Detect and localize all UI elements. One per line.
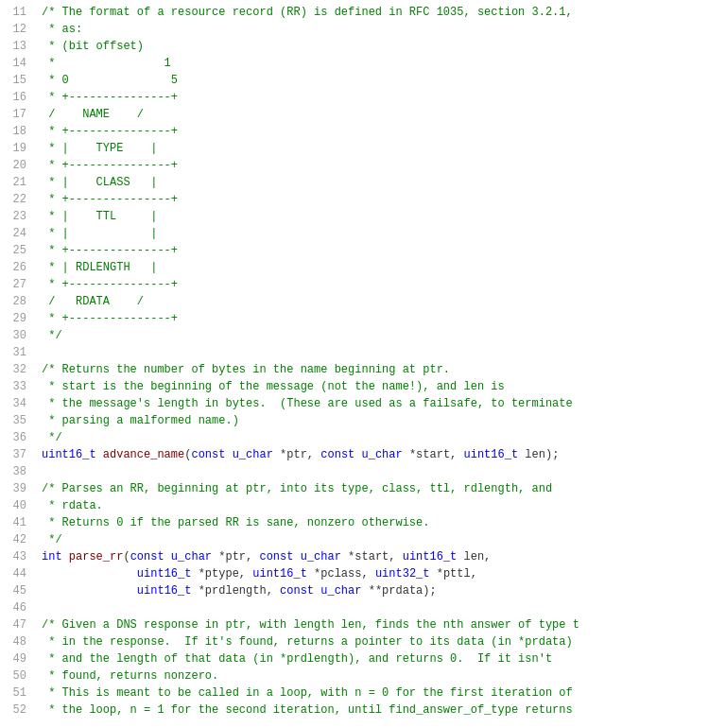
code-token-plain: *prdlength, xyxy=(199,584,280,598)
code-token-type: const u_char xyxy=(191,448,280,461)
code-line: /* Returns the number of bytes in the na… xyxy=(42,361,718,378)
code-line: * as: xyxy=(42,21,718,38)
code-line xyxy=(42,344,718,361)
code-line: /* The format of a resource record (RR) … xyxy=(42,4,718,21)
code-token-comment: / NAME / xyxy=(42,108,144,121)
code-area: /* The format of a resource record (RR) … xyxy=(34,0,726,728)
code-token-function-name: parse_rr xyxy=(69,550,124,563)
code-token-type: uint16_t xyxy=(464,448,526,461)
code-line: */ xyxy=(42,429,718,446)
code-line: * +---------------+ xyxy=(42,157,718,174)
code-token-type: uint16_t xyxy=(137,567,199,581)
code-line: * | TTL | xyxy=(42,208,718,225)
code-line: * +---------------+ xyxy=(42,310,718,327)
code-token-comment: * | TTL | xyxy=(42,210,157,223)
code-line: * | | xyxy=(42,225,718,242)
line-number: 28 xyxy=(8,293,26,310)
code-token-plain: *start, xyxy=(348,550,403,563)
code-viewer: 1112131415161718192021222324252627282930… xyxy=(0,0,726,728)
code-token-comment: * rdata. xyxy=(42,499,103,512)
line-number: 44 xyxy=(8,565,26,582)
code-token-type: int xyxy=(42,550,69,563)
line-number: 24 xyxy=(8,225,26,242)
code-token-plain: *start, xyxy=(409,448,464,461)
line-number: 48 xyxy=(8,633,26,650)
code-token-plain: *ptr, xyxy=(218,550,259,563)
line-number: 47 xyxy=(8,616,26,633)
code-line: uint16_t advance_name(const u_char *ptr,… xyxy=(42,446,718,463)
code-token-comment: * +---------------+ xyxy=(42,193,178,206)
code-token-plain: *pclass, xyxy=(314,567,375,581)
code-line: uint16_t *ptype, uint16_t *pclass, uint3… xyxy=(42,565,718,582)
code-token-comment: /* Parses an RR, beginning at ptr, into … xyxy=(42,482,552,495)
code-token-plain: **prdata); xyxy=(369,584,437,598)
code-line: int parse_rr(const u_char *ptr, const u_… xyxy=(42,548,718,565)
code-token-type: uint16_t xyxy=(42,448,103,461)
line-number: 22 xyxy=(8,191,26,208)
code-token-type: uint32_t xyxy=(375,567,437,581)
code-line: * | TYPE | xyxy=(42,140,718,157)
code-token-comment: * as: xyxy=(42,23,82,36)
line-number: 18 xyxy=(8,123,26,140)
line-number: 43 xyxy=(8,548,26,565)
line-number: 14 xyxy=(8,55,26,72)
code-token-comment: * | CLASS | xyxy=(42,176,157,189)
line-number: 16 xyxy=(8,89,26,106)
code-line: * and the length of that data (in *prdle… xyxy=(42,650,718,667)
line-number: 20 xyxy=(8,157,26,174)
line-number: 17 xyxy=(8,106,26,123)
code-line: uint16_t *prdlength, const u_char **prda… xyxy=(42,582,718,599)
code-line: * (bit offset) xyxy=(42,38,718,55)
code-token-comment: /* Given a DNS response in ptr, with len… xyxy=(42,618,579,632)
code-line: * | RDLENGTH | xyxy=(42,259,718,276)
code-token-type: uint16_t xyxy=(252,567,314,581)
line-number: 51 xyxy=(8,685,26,702)
line-number: 31 xyxy=(8,344,26,361)
code-line: * +---------------+ xyxy=(42,89,718,106)
code-token-comment: * the loop, n = 1 for the second iterati… xyxy=(42,703,573,717)
code-line: * rdata. xyxy=(42,497,718,514)
code-token-comment: * (bit offset) xyxy=(42,40,144,53)
code-line: / RDATA / xyxy=(42,293,718,310)
line-number: 30 xyxy=(8,327,26,344)
code-line: * parsing a malformed name.) xyxy=(42,412,718,429)
code-token-comment: * in the response. If it's found, return… xyxy=(42,635,573,649)
code-token-comment: * +---------------+ xyxy=(42,312,178,325)
line-number: 23 xyxy=(8,208,26,225)
line-number: 45 xyxy=(8,582,26,599)
line-number: 41 xyxy=(8,514,26,531)
code-token-type: uint16_t xyxy=(137,584,199,598)
code-token-type: const u_char xyxy=(320,448,409,461)
code-token-type: const u_char xyxy=(259,550,348,563)
code-token-plain: ( xyxy=(123,550,130,563)
line-number: 36 xyxy=(8,429,26,446)
code-token-comment: */ xyxy=(42,329,62,342)
line-number: 49 xyxy=(8,650,26,667)
code-line: * the message's length in bytes. (These … xyxy=(42,395,718,412)
code-token-comment: * This is meant to be called in a loop, … xyxy=(42,686,573,700)
code-line: / NAME / xyxy=(42,106,718,123)
code-token-plain: len, xyxy=(464,550,492,563)
line-number: 25 xyxy=(8,242,26,259)
code-token-type: const u_char xyxy=(130,550,219,563)
code-line: * +---------------+ xyxy=(42,123,718,140)
line-number: 52 xyxy=(8,702,26,719)
code-line: * in the response. If it's found, return… xyxy=(42,633,718,650)
code-token-type: uint16_t xyxy=(403,550,464,563)
line-number: 29 xyxy=(8,310,26,327)
line-number: 32 xyxy=(8,361,26,378)
code-line: */ xyxy=(42,531,718,548)
line-number: 21 xyxy=(8,174,26,191)
code-token-comment: * start is the beginning of the message … xyxy=(42,380,505,393)
code-token-type: const u_char xyxy=(280,584,369,598)
line-number: 34 xyxy=(8,395,26,412)
line-number: 27 xyxy=(8,276,26,293)
code-token-plain xyxy=(42,584,137,598)
code-token-comment: * 0 5 xyxy=(42,74,178,87)
line-number: 26 xyxy=(8,259,26,276)
code-token-comment: * 1 xyxy=(42,57,171,70)
code-token-comment: * +---------------+ xyxy=(42,125,178,138)
code-line: * | CLASS | xyxy=(42,174,718,191)
code-token-comment: /* Returns the number of bytes in the na… xyxy=(42,363,450,376)
code-token-comment: / RDATA / xyxy=(42,295,144,308)
